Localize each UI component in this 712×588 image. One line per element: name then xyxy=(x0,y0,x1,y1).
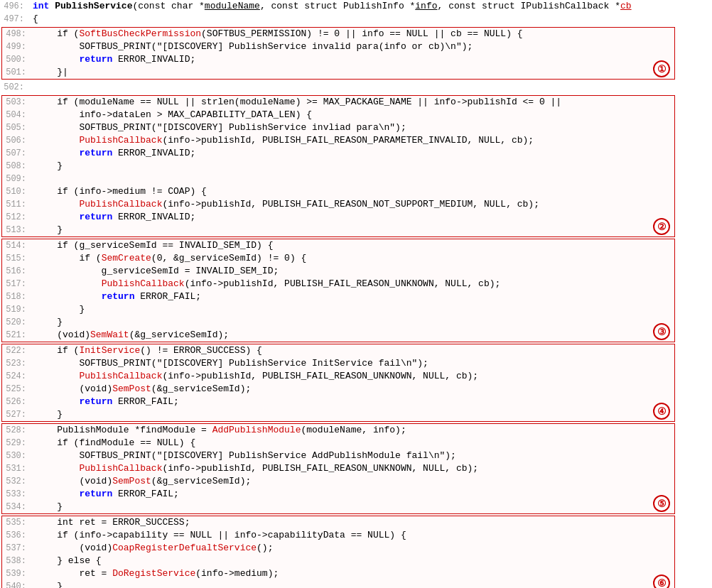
line-number: 529: xyxy=(2,437,32,450)
line-content: (void)SemPost(&g_serviceSemId); xyxy=(32,475,674,488)
code-line: 526: return ERROR_FAIL; xyxy=(2,396,674,408)
code-line: 535: int ret = ERROR_SUCCESS; xyxy=(2,516,674,529)
line-number: 496: xyxy=(0,0,30,13)
code-line: 537: (void)CoapRegisterDefualtService(); xyxy=(2,542,674,555)
code-line: 501: }| xyxy=(2,66,674,79)
code-line: 522: if (InitService() != ERROR_SUCCESS)… xyxy=(2,344,674,357)
code-line: 499: SOFTBUS_PRINT("[DISCOVERY] PublishS… xyxy=(2,40,674,53)
line-content: return ERROR_FAIL; xyxy=(32,396,674,408)
line-number: 537: xyxy=(2,542,32,555)
line-content: PublishCallback(info->publishId, PUBLISH… xyxy=(32,134,674,147)
line-number: 516: xyxy=(2,265,32,278)
annotation-circle: ④ xyxy=(653,403,670,420)
code-line: 506: PublishCallback(info->publishId, PU… xyxy=(2,134,674,147)
code-line: 516: g_serviceSemId = INVALID_SEM_ID; xyxy=(2,265,674,278)
annotation-circle: ⑤ xyxy=(653,495,670,512)
annotation-circle: ② xyxy=(653,218,670,235)
code-line: 520: } xyxy=(2,316,674,329)
line-number: 509: xyxy=(2,173,32,185)
line-number: 526: xyxy=(2,396,32,408)
line-number: 532: xyxy=(2,475,32,488)
line-number: 538: xyxy=(2,555,32,567)
code-line: 509: xyxy=(2,173,674,185)
code-line: 533: return ERROR_FAIL; xyxy=(2,488,674,501)
code-line: 500: return ERROR_INVALID; xyxy=(2,53,674,66)
line-number: 502: xyxy=(0,81,30,94)
line-number: 536: xyxy=(2,529,32,542)
line-number: 508: xyxy=(2,160,32,173)
line-number: 524: xyxy=(2,370,32,383)
line-content: (void)SemPost(&g_serviceSemId); xyxy=(32,383,674,396)
line-number: 514: xyxy=(2,239,32,252)
line-content: if (findModule == NULL) { xyxy=(32,437,674,450)
line-number: 517: xyxy=(2,278,32,290)
line-content: PublishCallback(info->publishId, PUBLISH… xyxy=(32,278,674,290)
code-section-block: 535: int ret = ERROR_SUCCESS;536: if (in… xyxy=(1,516,675,588)
line-number: 525: xyxy=(2,383,32,396)
line-number: 519: xyxy=(2,303,32,316)
line-number: 535: xyxy=(2,516,32,529)
code-line: 515: if (SemCreate(0, &g_serviceSemId) !… xyxy=(2,252,674,265)
line-content: } xyxy=(32,408,674,421)
line-number: 500: xyxy=(2,53,32,66)
line-content: if (moduleName == NULL || strlen(moduleN… xyxy=(32,96,674,109)
line-number: 501: xyxy=(2,66,32,79)
line-content: int PublishService(const char *moduleNam… xyxy=(30,0,676,13)
line-number: 534: xyxy=(2,501,32,513)
code-line: 536: if (info->capability == NULL || inf… xyxy=(2,529,674,542)
line-content: if (info->capability == NULL || info->ca… xyxy=(32,529,674,542)
code-line: 530: SOFTBUS_PRINT("[DISCOVERY] PublishS… xyxy=(2,450,674,462)
code-line: 512: return ERROR_INVALID; xyxy=(2,211,674,224)
line-number: 527: xyxy=(2,408,32,421)
code-line: 517: PublishCallback(info->publishId, PU… xyxy=(2,278,674,290)
code-container: 496:int PublishService(const char *modul… xyxy=(0,0,712,588)
line-content: return ERROR_INVALID; xyxy=(32,211,674,224)
line-number: 497: xyxy=(0,13,30,26)
line-content: return ERROR_FAIL; xyxy=(32,290,674,303)
code-line: 511: PublishCallback(info->publishId, PU… xyxy=(2,198,674,211)
line-number: 539: xyxy=(2,567,32,580)
line-number: 523: xyxy=(2,357,32,370)
line-content: if (info->medium != COAP) { xyxy=(32,185,674,198)
code-line: 505: SOFTBUS_PRINT("[DISCOVERY] PublishS… xyxy=(2,121,674,134)
line-content: } xyxy=(32,580,674,588)
line-content: g_serviceSemId = INVALID_SEM_ID; xyxy=(32,265,674,278)
code-line: 497:{ xyxy=(0,13,676,26)
line-content: if (SoftBusCheckPermission(SOFTBUS_PERMI… xyxy=(32,28,674,40)
line-content: return ERROR_INVALID; xyxy=(32,53,674,66)
line-number: 505: xyxy=(2,121,32,134)
line-content: if (g_serviceSemId == INVALID_SEM_ID) { xyxy=(32,239,674,252)
code-line: 532: (void)SemPost(&g_serviceSemId); xyxy=(2,475,674,488)
line-number: 503: xyxy=(2,96,32,109)
line-content: SOFTBUS_PRINT("[DISCOVERY] PublishServic… xyxy=(32,450,674,462)
line-number: 498: xyxy=(2,28,32,40)
line-content: PublishCallback(info->publishId, PUBLISH… xyxy=(32,370,674,383)
line-content: { xyxy=(30,13,676,26)
code-line: 538: } else { xyxy=(2,555,674,567)
line-content: info->dataLen > MAX_CAPABILITY_DATA_LEN)… xyxy=(32,109,674,121)
line-content: SOFTBUS_PRINT("[DISCOVERY] PublishServic… xyxy=(32,40,674,53)
code-line: 528: PublishModule *findModule = AddPubl… xyxy=(2,424,674,437)
code-line: 523: SOFTBUS_PRINT("[DISCOVERY] PublishS… xyxy=(2,357,674,370)
line-content: } xyxy=(32,501,674,513)
line-number: 540: xyxy=(2,580,32,588)
code-line: 496:int PublishService(const char *modul… xyxy=(0,0,676,13)
code-line: 534: } xyxy=(2,501,674,513)
line-content: (void)SemWait(&g_serviceSemId); xyxy=(32,329,674,342)
line-number: 522: xyxy=(2,344,32,357)
line-content: } xyxy=(32,303,674,316)
line-content: (void)CoapRegisterDefualtService(); xyxy=(32,542,674,555)
line-number: 513: xyxy=(2,224,32,236)
code-line: 527: } xyxy=(2,408,674,421)
code-line: 507: return ERROR_INVALID; xyxy=(2,147,674,160)
annotation-circle: ③ xyxy=(653,323,670,340)
code-line: 503: if (moduleName == NULL || strlen(mo… xyxy=(2,96,674,109)
code-line: 504: info->dataLen > MAX_CAPABILITY_DATA… xyxy=(2,109,674,121)
code-line: 531: PublishCallback(info->publishId, PU… xyxy=(2,462,674,475)
line-number: 518: xyxy=(2,290,32,303)
line-content: PublishCallback(info->publishId, PUBLISH… xyxy=(32,462,674,475)
line-number: 531: xyxy=(2,462,32,475)
line-content: } xyxy=(32,316,674,329)
line-number: 515: xyxy=(2,252,32,265)
code-line: 498: if (SoftBusCheckPermission(SOFTBUS_… xyxy=(2,28,674,40)
